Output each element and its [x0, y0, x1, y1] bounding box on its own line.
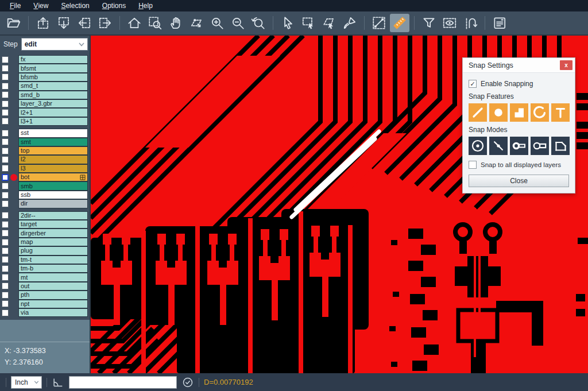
angle-icon[interactable] [52, 376, 64, 389]
layer-checkbox-2dir--[interactable] [2, 212, 9, 219]
snap-mode-polygon-button[interactable] [551, 137, 570, 155]
unit-select[interactable]: Inch [11, 376, 42, 389]
snap-mode-midpoint-button[interactable] [489, 137, 508, 155]
menu-file[interactable]: File [3, 0, 27, 11]
layer-row-dirgerber[interactable]: dirgerber [0, 229, 90, 237]
layer-name-cell[interactable]: l2+1 [18, 108, 88, 117]
layer-row-dir[interactable]: dir [0, 199, 90, 208]
layer-name-cell[interactable]: plug [18, 246, 88, 255]
layer-checkbox-tm-b[interactable] [2, 265, 9, 272]
layer-checkbox-bfsmt[interactable] [2, 65, 9, 72]
layer-name-cell[interactable]: smb [18, 181, 88, 190]
measure-line-button[interactable] [369, 14, 389, 32]
shift-down-button[interactable] [54, 14, 74, 32]
layer-row-bfsmb[interactable]: bfsmb [0, 73, 90, 82]
layer-name-cell[interactable]: smt [18, 138, 88, 146]
snap-feature-circle-button[interactable] [489, 103, 508, 122]
layer-checkbox-fx[interactable] [2, 56, 9, 63]
layer-name-cell[interactable]: smd_t [18, 82, 88, 90]
layer-name-cell[interactable]: layer_3.gbr [18, 99, 88, 108]
layer-name-cell[interactable]: smd_b [18, 91, 88, 99]
shift-left-button[interactable] [75, 14, 94, 32]
layer-name-cell[interactable]: ssb [18, 191, 88, 199]
layer-row-fx[interactable]: fx [0, 55, 90, 64]
all-layers-row[interactable]: Snap to all displayed layers [469, 161, 569, 169]
menu-options[interactable]: Options [96, 0, 132, 11]
snap-feature-line-button[interactable] [469, 103, 487, 122]
all-layers-checkbox[interactable] [469, 161, 477, 169]
panel-list-button[interactable] [490, 14, 509, 32]
layer-name-cell[interactable]: bfsmt [18, 64, 88, 72]
layer-name-cell[interactable]: bot [18, 173, 88, 181]
layer-row-smb[interactable]: smb [0, 181, 90, 190]
layer-checkbox-via[interactable] [2, 309, 9, 316]
snap-feature-surface-button[interactable] [510, 103, 528, 122]
layer-name-cell[interactable]: l3 [18, 164, 88, 173]
filter-button[interactable] [419, 14, 439, 32]
pan-button[interactable] [166, 14, 185, 32]
layer-checkbox-smb[interactable] [2, 183, 9, 189]
clear-selection-button[interactable] [340, 14, 359, 32]
layer-name-cell[interactable]: dir [18, 199, 88, 208]
layer-row-pth[interactable]: pth [0, 291, 90, 299]
layer-name-cell[interactable]: map [18, 238, 88, 246]
layer-checkbox-l3+1[interactable] [2, 118, 9, 125]
layer-name-cell[interactable]: dirgerber [18, 229, 88, 237]
layer-row-bot[interactable]: bot [0, 173, 90, 181]
layer-row-2dir--[interactable]: 2dir-- [0, 211, 90, 220]
layer-name-cell[interactable]: bfsmb [18, 73, 88, 82]
layer-row-plug[interactable]: plug [0, 246, 90, 255]
menu-view[interactable]: View [27, 0, 55, 11]
layer-name-cell[interactable]: tm-t [18, 255, 88, 264]
close-button[interactable]: Close [469, 175, 569, 187]
view-options-button[interactable] [440, 14, 459, 32]
layer-row-l3[interactable]: l3 [0, 164, 90, 173]
layer-checkbox-top[interactable] [2, 148, 9, 154]
layer-checkbox-bot[interactable] [2, 174, 9, 181]
layer-row-target[interactable]: target [0, 220, 90, 229]
shift-right-button[interactable] [95, 14, 115, 32]
layer-checkbox-mt[interactable] [2, 274, 9, 281]
select-pointer-button[interactable] [278, 14, 297, 32]
layer-row-smd_b[interactable]: smd_b [0, 91, 90, 99]
layer-row-tm-b[interactable]: tm-b [0, 264, 90, 273]
layer-checkbox-smt[interactable] [2, 138, 9, 145]
select-poly-button[interactable] [319, 14, 339, 32]
menu-selection[interactable]: Selection [55, 0, 95, 11]
layer-row-bfsmt[interactable]: bfsmt [0, 64, 90, 72]
snap-mode-slot-button[interactable] [531, 137, 549, 155]
layer-checkbox-dirgerber[interactable] [2, 230, 9, 237]
menu-help[interactable]: Help [132, 0, 159, 11]
snap-settings-button[interactable] [461, 14, 480, 32]
move-vertex-button[interactable] [187, 14, 206, 32]
layer-name-cell[interactable]: mt [18, 273, 88, 281]
layer-checkbox-ssb[interactable] [2, 192, 9, 199]
layer-row-l2[interactable]: l2 [0, 155, 90, 164]
layer-row-top[interactable]: top [0, 146, 90, 155]
layer-name-cell[interactable]: target [18, 220, 88, 229]
layer-row-l2+1[interactable]: l2+1 [0, 108, 90, 117]
layer-name-cell[interactable]: via [18, 308, 88, 317]
circle-check-icon[interactable] [181, 376, 194, 389]
open-button[interactable] [4, 14, 24, 32]
layer-checkbox-target[interactable] [2, 221, 9, 228]
snap-feature-arc-button[interactable] [531, 103, 549, 122]
layer-checkbox-smd_t[interactable] [2, 83, 9, 90]
home-view-button[interactable] [125, 14, 144, 32]
layer-checkbox-l2+1[interactable] [2, 109, 9, 116]
snap-mode-pad-button[interactable] [510, 137, 528, 155]
shift-up-button[interactable] [33, 14, 53, 32]
snap-feature-text-button[interactable] [551, 103, 570, 122]
layer-row-ssb[interactable]: ssb [0, 191, 90, 199]
enable-snapping-row[interactable]: ✓ Enable Snapping [469, 80, 569, 88]
select-rect-button[interactable] [299, 14, 318, 32]
zoom-window-button[interactable] [145, 14, 165, 32]
step-select[interactable]: edit [21, 38, 88, 51]
layer-checkbox-layer_3.gbr[interactable] [2, 100, 9, 107]
layer-checkbox-pth[interactable] [2, 292, 9, 299]
layer-checkbox-tm-t[interactable] [2, 256, 9, 263]
layer-row-map[interactable]: map [0, 238, 90, 246]
layer-name-cell[interactable]: l3+1 [18, 117, 88, 126]
layer-row-tm-t[interactable]: tm-t [0, 255, 90, 264]
zoom-out-button[interactable] [228, 14, 247, 32]
